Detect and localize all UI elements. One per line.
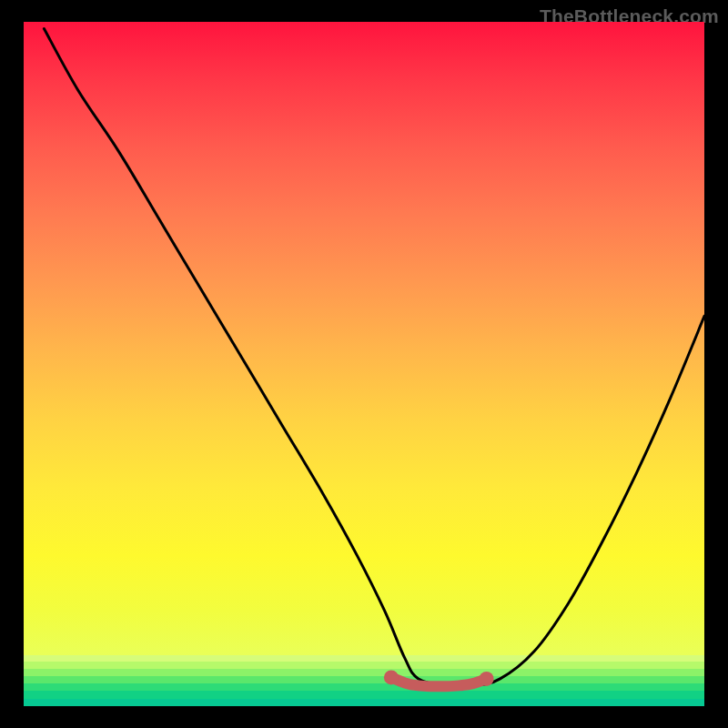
- plot-area: [24, 22, 704, 706]
- chart-frame: TheBottleneck.com: [0, 0, 728, 728]
- bottleneck-curve-path: [44, 29, 704, 687]
- optimal-marker-path: [391, 677, 487, 686]
- optimal-marker-endpoint: [384, 670, 399, 684]
- chart-svg: [24, 22, 704, 706]
- optimal-marker-endpoint: [480, 672, 494, 686]
